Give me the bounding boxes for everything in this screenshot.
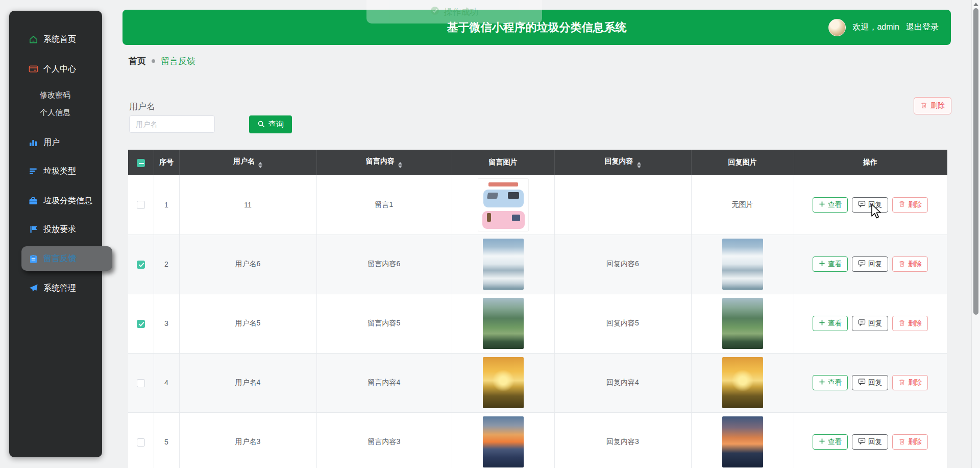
sidebar-item-message-feedback[interactable]: 留言反馈 (21, 246, 112, 271)
toast-message: 操作成功 (444, 6, 479, 18)
row-checkbox[interactable] (137, 379, 145, 387)
breadcrumb: 首页 留言反馈 (129, 55, 195, 67)
sidebar-item-label: 垃圾分类信息 (43, 196, 92, 206)
cell-reply-content: 回复内容4 (554, 353, 691, 412)
message-image[interactable] (483, 298, 524, 349)
view-button[interactable]: 查看 (813, 316, 848, 331)
sidebar-item-system-management[interactable]: 系统管理 (9, 278, 102, 298)
trash-icon (898, 200, 905, 209)
scroll-up-arrow-icon[interactable] (973, 3, 978, 6)
cell-username: 用户名3 (179, 412, 316, 468)
sort-arrows-icon[interactable] (398, 162, 402, 168)
reply-image[interactable] (722, 298, 763, 349)
reply-image[interactable] (722, 416, 763, 467)
select-all-cell[interactable] (128, 150, 154, 175)
cell-reply-content: 回复内容5 (554, 294, 691, 353)
sort-arrows-icon[interactable] (637, 162, 641, 168)
view-button[interactable]: 查看 (813, 375, 848, 390)
cell-reply-image-text: 无图片 (691, 175, 794, 235)
message-image[interactable] (483, 416, 524, 467)
avatar[interactable] (828, 19, 846, 36)
query-button[interactable]: 查询 (249, 115, 292, 133)
breadcrumb-current: 留言反馈 (161, 55, 195, 67)
sort-arrows-icon[interactable] (258, 162, 262, 168)
delete-button[interactable]: 删除 (892, 316, 928, 331)
app-root: 系统首页 个人中心 修改密码 个人信息 用户 垃圾类型 垃圾分类信息 投放要求 (0, 0, 980, 468)
reply-button[interactable]: 回复 (852, 316, 888, 331)
reply-image[interactable] (722, 357, 763, 408)
view-button[interactable]: 查看 (813, 197, 848, 213)
cell-reply-content (554, 175, 691, 235)
message-image[interactable] (483, 239, 524, 290)
plus-icon (819, 319, 825, 327)
row-checkbox[interactable] (137, 261, 145, 269)
message-image[interactable] (478, 178, 529, 231)
feedback-table: 序号 用户名 留言内容 留言图片 回复内容 回复图片 操作 1 11 留言1 无… (128, 150, 947, 468)
cell-index: 4 (154, 353, 179, 412)
column-header-username[interactable]: 用户名 (179, 150, 316, 175)
trash-icon (898, 260, 905, 269)
logout-button[interactable]: 退出登录 (906, 22, 939, 33)
speech-bubble-icon (858, 200, 866, 209)
table-row: 1 11 留言1 无图片 查看 回复 删除 (128, 175, 947, 235)
column-header-message-content[interactable]: 留言内容 (316, 150, 452, 175)
sidebar-item-garbage-classification-info[interactable]: 垃圾分类信息 (9, 191, 102, 211)
briefcase-icon (28, 197, 38, 205)
sidebar-item-system-home[interactable]: 系统首页 (9, 29, 102, 50)
welcome-text: 欢迎，admin (852, 22, 899, 33)
column-header-reply-content[interactable]: 回复内容 (554, 150, 691, 175)
sidebar: 系统首页 个人中心 修改密码 个人信息 用户 垃圾类型 垃圾分类信息 投放要求 (9, 11, 102, 457)
row-checkbox[interactable] (137, 201, 145, 209)
plus-icon (819, 260, 825, 268)
cell-username: 用户名6 (179, 235, 316, 294)
list-icon (28, 167, 38, 175)
trash-icon (920, 102, 927, 110)
paper-plane-icon (28, 284, 38, 293)
scrollbar-thumb[interactable] (973, 8, 978, 315)
cell-message-content: 留言1 (316, 175, 452, 235)
sidebar-item-label: 投放要求 (43, 224, 76, 235)
cell-reply-content: 回复内容3 (554, 412, 691, 468)
reply-button[interactable]: 回复 (852, 197, 888, 213)
message-image[interactable] (483, 357, 524, 408)
speech-bubble-icon (858, 437, 866, 447)
sidebar-item-label: 修改密码 (40, 90, 70, 100)
cell-index: 1 (154, 175, 179, 235)
cell-index: 5 (154, 412, 179, 468)
table-row: 4 用户名4 留言内容4 回复内容4 查看 回复 删除 (128, 353, 947, 412)
plus-icon (819, 438, 825, 446)
cell-message-content: 留言内容5 (316, 294, 452, 353)
cell-reply-content: 回复内容6 (554, 235, 691, 294)
sidebar-item-users[interactable]: 用户 (9, 132, 102, 153)
sidebar-item-personal-center[interactable]: 个人中心 (9, 59, 102, 79)
search-icon (257, 120, 265, 129)
row-checkbox[interactable] (137, 320, 145, 328)
cell-message-content: 留言内容6 (316, 235, 452, 294)
select-all-checkbox[interactable] (137, 159, 145, 167)
reply-image[interactable] (722, 239, 763, 290)
delete-button[interactable]: 删除 (892, 256, 928, 272)
sidebar-item-disposal-requirements[interactable]: 投放要求 (9, 219, 102, 240)
cell-index: 3 (154, 294, 179, 353)
reply-button[interactable]: 回复 (852, 256, 888, 272)
reply-button[interactable]: 回复 (852, 434, 888, 450)
reply-button[interactable]: 回复 (852, 375, 888, 390)
cell-username: 用户名5 (179, 294, 316, 353)
batch-delete-button[interactable]: 删除 (914, 97, 951, 114)
view-button[interactable]: 查看 (813, 434, 848, 450)
check-circle-icon (430, 6, 439, 18)
delete-button[interactable]: 删除 (892, 434, 928, 450)
sidebar-item-personal-info[interactable]: 个人信息 (9, 102, 102, 123)
delete-button[interactable]: 删除 (892, 375, 928, 390)
breadcrumb-separator-dot (152, 59, 155, 63)
scrollbar[interactable] (971, 0, 980, 468)
sidebar-item-garbage-types[interactable]: 垃圾类型 (9, 161, 102, 181)
delete-button[interactable]: 删除 (892, 197, 928, 213)
username-search-input[interactable] (129, 115, 215, 133)
sidebar-item-label: 用户 (43, 137, 60, 148)
cell-index: 2 (154, 235, 179, 294)
row-checkbox[interactable] (137, 438, 145, 447)
breadcrumb-home[interactable]: 首页 (129, 55, 146, 67)
trash-icon (898, 438, 905, 447)
view-button[interactable]: 查看 (813, 256, 848, 272)
